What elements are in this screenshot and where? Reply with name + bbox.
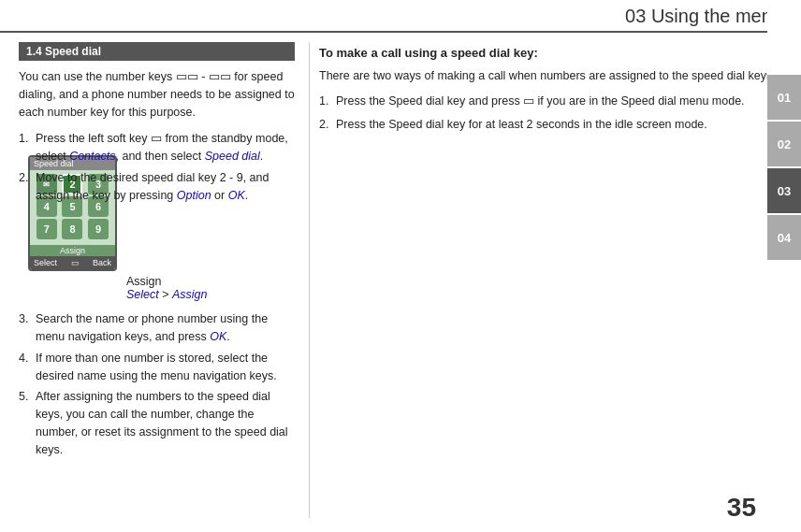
phone-cell-7: 7 — [36, 219, 57, 239]
step-4-num: 4. — [19, 350, 36, 367]
section-header: 1.4 Speed dial — [19, 42, 295, 61]
intro-text: You can use the number keys ▭▭ - ▭▭ for … — [19, 68, 295, 121]
step-4: 4. If more than one number is stored, se… — [19, 350, 295, 385]
right-step-1-text: Press the Speed dial key and press ▭ if … — [336, 93, 782, 110]
phone-bottom-bar: Select ▭ Back — [30, 256, 115, 269]
tab-01[interactable]: 01 — [767, 75, 801, 120]
contacts-link: Contacts — [69, 150, 115, 163]
step-1-num: 1. — [19, 130, 36, 148]
left-column: 1.4 Speed dial You can use the number ke… — [19, 42, 309, 518]
steps-list-2: 3. Search the name or phone number using… — [19, 310, 295, 458]
assign-link: Assign — [172, 288, 208, 301]
select-link: Select — [126, 288, 159, 301]
phone-row-3: 7 8 9 — [34, 219, 111, 239]
right-step-2: 2. Press the Speed dial key for at least… — [319, 116, 782, 134]
right-title: To make a call using a speed dial key: — [319, 46, 782, 60]
tab-03[interactable]: 03 — [767, 168, 801, 213]
step-3-num: 3. — [19, 310, 36, 328]
step-5: 5. After assigning the numbers to the sp… — [19, 388, 295, 458]
right-step-1-num: 1. — [319, 93, 336, 110]
phone-back-label: Back — [93, 258, 111, 267]
chapter-tabs: 01 02 03 04 — [767, 0, 801, 532]
step-2-num: 2. — [19, 169, 36, 187]
step-5-num: 5. — [19, 388, 36, 406]
right-intro: There are two ways of making a call when… — [319, 67, 782, 85]
step-1-text: Press the left soft key ▭ from the stand… — [36, 130, 295, 165]
right-step-1: 1. Press the Speed dial key and press ▭ … — [319, 93, 782, 110]
tab-02[interactable]: 02 — [767, 122, 801, 166]
phone-cell-8: 8 — [62, 219, 82, 239]
phone-cell-9: 9 — [88, 219, 109, 239]
right-step-2-num: 2. — [319, 116, 336, 134]
right-steps: 1. Press the Speed dial key and press ▭ … — [319, 93, 782, 134]
step-5-text: After assigning the numbers to the speed… — [36, 388, 295, 458]
speeddial-link: Speed dial — [205, 150, 260, 163]
right-step-2-text: Press the Speed dial key for at least 2 … — [336, 116, 782, 134]
page-number: 35 — [727, 493, 756, 523]
tab-04[interactable]: 04 — [767, 215, 801, 260]
page-title: 03 Using the menu — [625, 6, 782, 27]
option-text: Option — [177, 189, 211, 202]
step-2: 2. Move to the desired speed dial key 2 … — [19, 169, 295, 205]
step-3: 3. Search the name or phone number using… — [19, 310, 295, 346]
page-header: 03 Using the menu — [0, 0, 801, 33]
phone-select-label: Select — [34, 258, 57, 267]
step-2-text: Move to the desired speed dial key 2 - 9… — [36, 169, 295, 205]
step-4-text: If more than one number is stored, selec… — [36, 350, 295, 385]
right-column: To make a call using a speed dial key: T… — [309, 42, 782, 518]
step-1: 1. Press the left soft key ▭ from the st… — [19, 130, 295, 165]
step-3-text: Search the name or phone number using th… — [36, 310, 295, 346]
phone-center-icon: ▭ — [71, 258, 80, 267]
ok-text: OK — [228, 189, 245, 202]
ok-text-2: OK — [210, 330, 226, 343]
assign-label: Assign — [126, 275, 295, 288]
phone-assign-row: Assign — [30, 245, 115, 256]
main-content: 1.4 Speed dial You can use the number ke… — [0, 33, 801, 527]
assign-sub: Select > Assign — [126, 288, 295, 301]
